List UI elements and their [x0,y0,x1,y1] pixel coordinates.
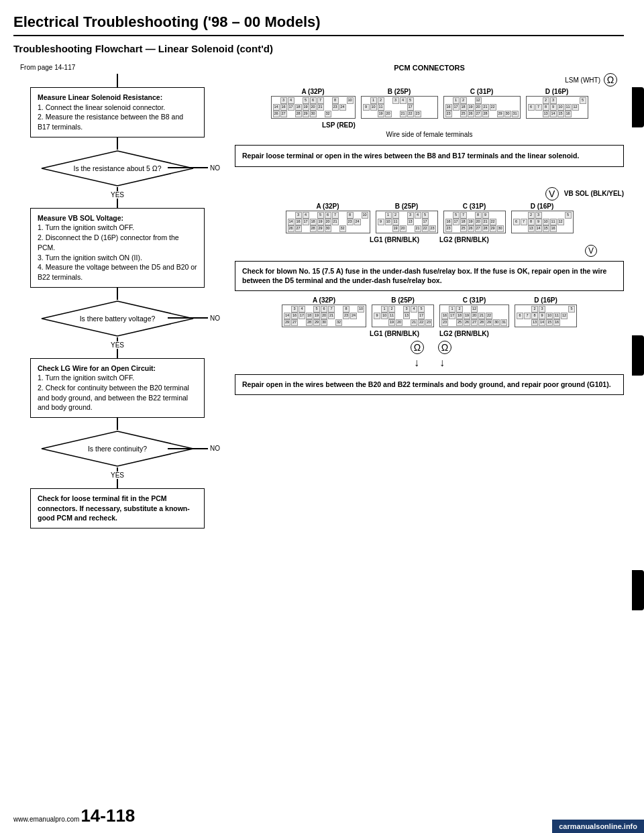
from-page-label: From page 14-117 [20,64,75,71]
box4-text: Check for loose terminal fit in the PCM … [38,494,190,522]
box3-step1: 1. Turn the ignition switch OFF. [38,374,134,382]
bottom-conn-section: A (32P) 34567810 141617181920212324 2927… [235,296,624,369]
conn-b-label-bot: B (25P) [391,296,414,304]
repair2-text: Repair open in the wires between the B20… [242,380,611,388]
omega-2: Ω [438,341,451,354]
yes-below-d2: YES [111,337,124,358]
conn-c-label-top: C (31P) [470,88,493,95]
diamond2-no-arrow: NO [168,315,220,322]
conn-d-label-bot: D (16P) [534,296,557,304]
conn-c-vb: C (31P) 5789 16171819202122 232526272829… [443,203,506,233]
omega-row: Ω Ω [235,341,624,354]
conn-a-bot: A (32P) 34567810 141617181920212324 2927… [282,296,366,327]
conn-a-grid-top: 34567810 141617181920212324 262728293032 [271,96,356,119]
lg-labels-bot: LG1 (BRN/BLK) LG2 (BRN/BLK) [235,330,624,337]
line-3 [117,288,118,300]
diamond3-row: Is there continuity? NO [13,430,221,467]
connectors-row-bottom: A (32P) 34567810 141617181920212324 2927… [235,296,624,327]
omega-icon-top: Ω [604,73,617,87]
title-divider [13,35,624,36]
line-1 [117,74,118,87]
box2-step4: 4. Measure the voltage between the D5 an… [38,263,197,281]
diamond1-no-arrow: NO [168,164,220,172]
conn-b-grid-top: 12345 9101117 1920212223 [361,96,438,119]
conn-a-label-bot: A (32P) [313,296,335,304]
conn-c-top: C (31P) 1212 16171819202122 232526272829… [443,88,521,119]
conn-b-top: B (25P) 12345 9101117 1920212223 [361,88,438,119]
fuse-box-text: Check for blown No. 15 (7.5 A) fuse in t… [242,267,606,285]
conn-d-label-top: D (16P) [545,88,568,95]
conn-d-grid-vb: 235 6789101112 13141516 [511,211,574,233]
yes-label-3: YES [111,471,124,479]
line-2 [117,137,118,150]
v-circle-top: V [545,187,559,201]
conn-a-label-vb: A (32P) [316,203,339,210]
flowchart-area: From page 14-117 Measure Linear Solenoid… [13,64,624,529]
fuse-box: Check for blown No. 15 (7.5 A) fuse in t… [235,261,624,291]
repair-box-1: Repair loose terminal or open in the wir… [235,145,624,167]
conn-b-label-top: B (25P) [388,88,411,95]
line-yes-d2b [117,349,118,358]
yes-below-d3: YES [111,467,124,488]
lsm-label: LSM (WHT) [565,76,600,84]
yes-label-2: YES [111,341,124,349]
no-label-1: NO [210,164,220,172]
conn-c-grid-top: 1212 16171819202122 2325262728293031 [443,96,521,119]
right-tab-2 [632,335,644,376]
box2-step2: 2. Disconnect the D (16P) connector from… [38,233,179,252]
vbsol-label-row: V VB SOL (BLK/YEL) [235,187,624,201]
conn-d-top: D (16P) 235 6789101112 13141516 [526,88,588,119]
line-yes-d3b [117,479,118,488]
conn-d-grid-top: 235 6789101112 13141516 [526,96,588,119]
down-arrows-row: ↓ ↓ [235,357,624,369]
conn-b-label-vb: B (25P) [395,203,418,210]
conn-d-grid-bot: 235 6789101112 13141516 [515,304,577,327]
right-tab-3 [632,570,644,610]
lg-labels-vb: LG1 (BRN/BLK) LG2 (BRN/BLK) [235,236,624,243]
left-column: From page 14-117 Measure Linear Solenoid… [13,64,221,529]
conn-b-bot: B (25P) 12345 910111317 1920212223 [372,296,434,327]
footer-url: www.emanualpro.com [13,816,79,823]
section-title: Troubleshooting Flowchart — Linear Solen… [13,43,624,54]
box-vb-sol: Measure VB SOL Voltage: 1. Turn the igni… [30,208,205,288]
vb-sol-section: V VB SOL (BLK/YEL) A (32P) 34567810 1416… [235,187,624,257]
diamond1-row: Is the resistance about 5 Ω? NO [13,150,221,187]
lg1-vb-label: LG1 (BRN/BLK) [370,236,419,243]
box2-title: Measure VB SOL Voltage: [38,214,123,222]
lg2-bot-label: LG2 (BRN/BLK) [439,330,489,337]
conn-c-label-bot: C (31P) [463,296,486,304]
arrow-down-1: ↓ [414,357,419,369]
no-line-1 [168,167,208,168]
box2-step3: 3. Turn the ignition switch ON (II). [38,254,142,262]
conn-d-bot: D (16P) 235 6789101112 13141516 [515,296,577,327]
conn-b-vb: B (25P) 12345 910111317 1920212223 [376,203,438,233]
box-loose-terminal: Check for loose terminal fit in the PCM … [30,488,205,529]
conn-c-grid-vb: 5789 16171819202122 23252627282930 [443,211,506,233]
pcm-title: PCM CONNECTORS [235,64,624,72]
diamond3-text: Is there continuity? [64,445,171,453]
page-footer: www.emanualpro.com 14-118 [13,806,135,826]
lg1-bot-label: LG1 (BRN/BLK) [370,330,419,337]
connectors-row-top: A (32P) 34567810 141617181920212324 2627… [235,88,624,119]
lg2-vb-label: LG2 (BRN/BLK) [439,236,489,243]
diamond2-row: Is there battery voltage? NO [13,300,221,337]
conn-c-label-vb: C (31P) [463,203,486,210]
lsp-label: LSP (RED) [322,121,356,129]
diamond3-no-arrow: NO [168,445,220,452]
conn-a-label-top: A (32P) [301,88,324,95]
diamond1-text: Is the resistance about 5 Ω? [64,164,171,172]
v-circle-bottom: V [585,245,597,257]
carmanuals-footer: carmanualsonline.info [552,820,644,833]
line-4 [117,418,118,430]
wire-side-text: Wire side of female terminals [235,131,624,138]
box1-title: Measure Linear Solenoid Resistance: [38,93,162,101]
arrow-down-2: ↓ [439,357,445,369]
no-line-2 [168,317,208,319]
box3-step2: 2. Check for continuity between the B20 … [38,384,189,411]
conn-a-top: A (32P) 34567810 141617181920212324 2627… [271,88,356,119]
box3-title: Check LG Wire for an Open Circuit: [38,364,156,372]
conn-a-grid-vb: 34567810 141617181920212324 262728293032 [286,211,370,233]
conn-d-vb: D (16P) 235 6789101112 13141516 [511,203,574,233]
box2-step1: 1. Turn the ignition switch OFF. [38,223,134,231]
line-yes-d1b [117,199,118,208]
